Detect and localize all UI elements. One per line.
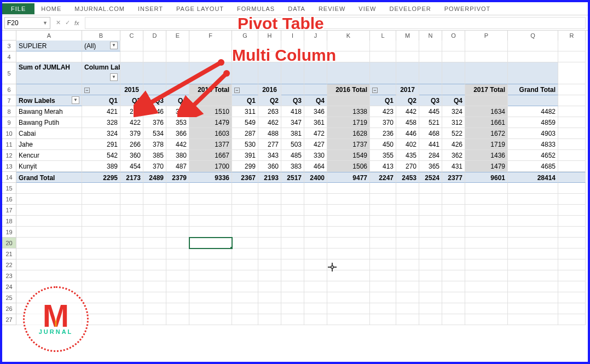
cell[interactable] <box>558 117 586 128</box>
cell[interactable] <box>120 51 143 62</box>
cell[interactable] <box>82 259 120 270</box>
cell[interactable] <box>232 314 258 325</box>
cell[interactable] <box>558 128 586 139</box>
cell[interactable] <box>16 205 82 216</box>
pivot-value[interactable]: 362 <box>442 150 465 161</box>
col-header-a[interactable]: A <box>16 31 82 41</box>
cell[interactable] <box>143 249 166 259</box>
pivot-grand-value[interactable]: 2400 <box>304 172 327 183</box>
cell[interactable] <box>327 227 370 238</box>
cell[interactable] <box>370 216 396 227</box>
pivot-value[interactable]: 435 <box>396 150 419 161</box>
cell[interactable] <box>508 205 558 216</box>
cell[interactable] <box>189 303 232 314</box>
ribbon-tab-file[interactable]: FILE <box>2 3 34 14</box>
pivot-value[interactable]: 389 <box>82 161 120 172</box>
cell[interactable] <box>442 51 465 62</box>
row-header[interactable]: 23 <box>2 270 16 281</box>
cell[interactable] <box>419 270 442 281</box>
cell[interactable] <box>281 314 304 325</box>
col-header-i[interactable]: I <box>281 31 304 41</box>
cell[interactable] <box>166 51 189 62</box>
pivot-value[interactable]: 1667 <box>189 150 232 161</box>
cell[interactable] <box>189 183 232 194</box>
cell[interactable] <box>143 62 166 84</box>
cell[interactable] <box>508 227 558 238</box>
cell[interactable] <box>419 227 442 238</box>
cell[interactable] <box>166 216 189 227</box>
cell[interactable] <box>16 249 82 259</box>
pivot-grand-value[interactable]: 2295 <box>82 172 120 183</box>
filter-dropdown-icon[interactable]: ▼ <box>110 42 118 49</box>
cell[interactable] <box>508 259 558 270</box>
cell[interactable] <box>465 314 508 325</box>
cell[interactable] <box>396 194 419 205</box>
cell[interactable] <box>281 259 304 270</box>
pivot-row-label[interactable]: Jahe <box>16 139 82 150</box>
pivot-value[interactable]: 330 <box>304 150 327 161</box>
cell[interactable] <box>82 205 120 216</box>
cell[interactable] <box>465 259 508 270</box>
cell[interactable] <box>82 216 120 227</box>
cell[interactable] <box>327 303 370 314</box>
cell[interactable] <box>465 227 508 238</box>
cell[interactable] <box>327 216 370 227</box>
ribbon-tab-mjurnal[interactable]: MJURNAL.COM <box>68 3 131 14</box>
pivot-2015-total-hdr[interactable]: 2015 Total <box>189 84 232 95</box>
pivot-grand-value[interactable]: 2517 <box>281 172 304 183</box>
row-header[interactable]: 4 <box>2 51 16 62</box>
cell[interactable] <box>281 227 304 238</box>
cell[interactable] <box>558 51 586 62</box>
pivot-value[interactable]: 1719 <box>327 117 370 128</box>
cell[interactable] <box>189 281 232 292</box>
row-header[interactable]: 10 <box>2 128 16 139</box>
cell[interactable] <box>396 259 419 270</box>
cell[interactable] <box>232 292 258 303</box>
pivot-value-field[interactable]: Sum of JUMLAH <box>16 62 82 84</box>
cell[interactable] <box>442 303 465 314</box>
pivot-value[interactable]: 383 <box>281 161 304 172</box>
pivot-value[interactable]: 4859 <box>508 117 558 128</box>
cell[interactable] <box>304 292 327 303</box>
pivot-q-header[interactable]: Q4 <box>304 95 327 106</box>
pivot-value[interactable]: 521 <box>419 117 442 128</box>
cell[interactable] <box>189 314 232 325</box>
pivot-row-labels[interactable]: Row Labels▼ <box>16 95 82 106</box>
col-header-f[interactable]: F <box>189 31 232 41</box>
pivot-value[interactable]: 4652 <box>508 150 558 161</box>
cell[interactable] <box>258 41 281 51</box>
cell[interactable] <box>143 303 166 314</box>
row-header[interactable]: 18 <box>2 216 16 227</box>
pivot-value[interactable]: 360 <box>120 150 143 161</box>
cell[interactable] <box>419 62 442 84</box>
pivot-value[interactable]: 311 <box>232 106 258 117</box>
cell[interactable] <box>558 259 586 270</box>
cell[interactable] <box>16 194 82 205</box>
pivot-row-label[interactable]: Bawang Merah <box>16 106 82 117</box>
cell[interactable] <box>304 51 327 62</box>
cell[interactable] <box>419 238 442 249</box>
cell[interactable] <box>419 205 442 216</box>
pivot-value[interactable]: 353 <box>166 117 189 128</box>
cell[interactable] <box>16 259 82 270</box>
cell[interactable] <box>419 41 442 51</box>
cell[interactable] <box>327 183 370 194</box>
col-header-d[interactable]: D <box>143 31 166 41</box>
pivot-filter-value[interactable]: (All)▼ <box>82 41 120 51</box>
row-header[interactable]: 24 <box>2 281 16 292</box>
pivot-q-header[interactable]: Q3 <box>281 95 304 106</box>
name-box[interactable]: F20 ▼ <box>4 17 50 29</box>
pivot-grand-value[interactable]: 9601 <box>465 172 508 183</box>
cell[interactable] <box>82 227 120 238</box>
cell[interactable] <box>82 51 120 62</box>
pivot-value[interactable]: 427 <box>304 139 327 150</box>
pivot-q-header[interactable]: Q1 <box>232 95 258 106</box>
cell[interactable] <box>370 259 396 270</box>
cell[interactable] <box>396 314 419 325</box>
pivot-value[interactable]: 266 <box>120 139 143 150</box>
cell[interactable] <box>370 183 396 194</box>
cell[interactable] <box>327 249 370 259</box>
cell[interactable] <box>419 292 442 303</box>
pivot-value[interactable]: 391 <box>232 150 258 161</box>
cell[interactable] <box>370 227 396 238</box>
